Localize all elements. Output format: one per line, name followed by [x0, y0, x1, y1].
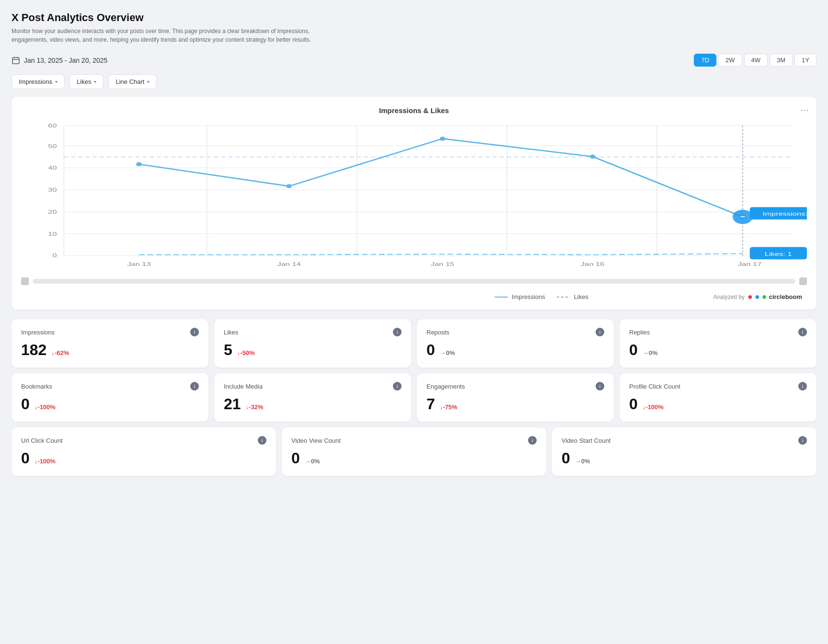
line-chart-svg: 0 10 20 30 40 50 60 Jan 13 Jan 14 Jan 15… — [21, 120, 807, 274]
metric-label: Url Click Count — [21, 437, 63, 444]
metric-change: ↓-32% — [246, 403, 264, 411]
metric-label: Likes — [224, 329, 238, 336]
date-range-label: Jan 13, 2025 - Jan 20, 2025 — [12, 56, 107, 65]
metric-info-icon[interactable]: i — [190, 328, 199, 336]
metric-info-icon[interactable]: i — [258, 436, 266, 445]
metric-value: 5 — [224, 341, 232, 359]
svg-point-31 — [286, 184, 292, 188]
chevron-down-icon: ▾ — [147, 79, 150, 84]
metric-change: →0% — [643, 349, 658, 356]
metric-info-icon[interactable]: i — [596, 382, 604, 391]
metric-info-icon[interactable]: i — [393, 328, 402, 336]
metric-card-video-view-count: Video View Count i 0 →0% — [282, 427, 546, 476]
page-header: X Post Analytics Overview Monitor how yo… — [12, 12, 816, 44]
metric-change: ↓-50% — [237, 349, 255, 356]
date-range-bar: Jan 13, 2025 - Jan 20, 2025 7D 2W 4W 3M … — [12, 54, 816, 67]
metrics-row-3: Url Click Count i 0 ↓-100% Video View Co… — [12, 427, 816, 476]
svg-text:40: 40 — [48, 165, 57, 171]
metric-change: →0% — [575, 458, 590, 465]
chart-card: Impressions & Likes ⋯ 0 10 20 30 40 50 6… — [12, 97, 816, 310]
metric-value-row: 0 →0% — [629, 341, 807, 359]
metric-change: ↓-62% — [51, 349, 69, 356]
metric-card-likes: Likes i 5 ↓-50% — [214, 319, 411, 368]
metric-header: Include Media i — [224, 382, 402, 391]
svg-text:Jan 16: Jan 16 — [581, 261, 604, 267]
period-btn-4w[interactable]: 4W — [744, 54, 768, 67]
chart-menu-button[interactable]: ⋯ — [800, 104, 809, 115]
metric-header: Engagements i — [426, 382, 604, 391]
page-title: X Post Analytics Overview — [12, 12, 816, 24]
chart-scrollbar[interactable] — [21, 277, 807, 285]
metric-label: Bookmarks — [21, 383, 52, 390]
svg-text:Impressions: 18: Impressions: 18 — [763, 211, 807, 217]
analyzed-by: Analyzed by ●●● circleboom — [713, 292, 802, 302]
metric-card-engagements: Engagements i 7 ↓-75% — [417, 373, 614, 422]
metric-value-row: 21 ↓-32% — [224, 395, 402, 413]
metrics-row-1: Impressions i 182 ↓-62% Likes i 5 ↓-50% … — [12, 319, 816, 368]
metric-info-icon[interactable]: i — [596, 328, 604, 336]
period-btn-1y[interactable]: 1Y — [794, 54, 816, 67]
svg-text:Likes: 1: Likes: 1 — [765, 251, 792, 257]
metric-card-reposts: Reposts i 0 →0% — [417, 319, 614, 368]
metric-info-icon[interactable]: i — [798, 328, 807, 336]
legend-line-likes — [557, 297, 570, 298]
metric-label: Replies — [629, 329, 650, 336]
filter-bar: Impressions ▾ Likes ▾ Line Chart ▾ — [12, 74, 816, 89]
page-description: Monitor how your audience interacts with… — [12, 27, 337, 44]
chart-legend: Impressions Likes Analyzed by ●●● circle… — [21, 292, 807, 302]
scrollbar-right-handle[interactable] — [799, 277, 807, 285]
metric-header: Video Start Count i — [562, 436, 807, 445]
scrollbar-left-handle[interactable] — [21, 277, 29, 285]
chart-wrapper: 0 10 20 30 40 50 60 Jan 13 Jan 14 Jan 15… — [21, 120, 807, 274]
metric-label: Include Media — [224, 383, 263, 390]
period-btn-3m[interactable]: 3M — [770, 54, 793, 67]
svg-point-33 — [590, 154, 596, 159]
legend-likes: Likes — [557, 293, 588, 300]
svg-text:Jan 14: Jan 14 — [277, 261, 300, 267]
svg-point-32 — [440, 137, 446, 141]
metric-value-row: 182 ↓-62% — [21, 341, 199, 359]
metric-info-icon[interactable]: i — [528, 436, 537, 445]
metric-filter[interactable]: Impressions ▾ — [12, 74, 65, 89]
scrollbar-track[interactable] — [33, 279, 795, 284]
legend-impressions: Impressions — [494, 293, 545, 300]
metric-header: Video View Count i — [291, 436, 537, 445]
metric-value: 0 — [21, 449, 30, 467]
metric-change: ↓-100% — [34, 458, 56, 465]
metric-value-row: 0 ↓-100% — [629, 395, 807, 413]
metric-value: 7 — [426, 395, 435, 413]
chart-type-filter[interactable]: Line Chart ▾ — [108, 74, 157, 89]
metric-value: 0 — [562, 449, 570, 467]
legend-line-impressions — [494, 297, 508, 298]
metric-info-icon[interactable]: i — [190, 382, 199, 391]
svg-text:30: 30 — [48, 187, 57, 193]
svg-text:20: 20 — [48, 209, 57, 215]
svg-point-30 — [136, 162, 142, 166]
metric-info-icon[interactable]: i — [798, 382, 807, 391]
metric-card-video-start-count: Video Start Count i 0 →0% — [552, 427, 816, 476]
metric-value-row: 0 →0% — [291, 449, 537, 467]
metric-value: 0 — [426, 341, 435, 359]
svg-text:60: 60 — [48, 122, 57, 128]
calendar-icon[interactable] — [12, 56, 20, 65]
period-btn-7d[interactable]: 7D — [694, 54, 716, 67]
metric2-filter[interactable]: Likes ▾ — [69, 74, 104, 89]
period-btn-2w[interactable]: 2W — [718, 54, 742, 67]
metrics-row-2: Bookmarks i 0 ↓-100% Include Media i 21 … — [12, 373, 816, 422]
svg-rect-0 — [12, 58, 19, 64]
metric-card-include-media: Include Media i 21 ↓-32% — [214, 373, 411, 422]
metric-label: Reposts — [426, 329, 449, 336]
metric-value: 21 — [224, 395, 241, 413]
circleboom-logo: ●●● circleboom — [748, 292, 802, 302]
metric-info-icon[interactable]: i — [393, 382, 402, 391]
metric-header: Replies i — [629, 328, 807, 336]
metric-info-icon[interactable]: i — [798, 436, 807, 445]
metric-label: Engagements — [426, 383, 465, 390]
metric-value: 0 — [21, 395, 30, 413]
svg-text:Jan 15: Jan 15 — [431, 261, 454, 267]
metric-card-impressions: Impressions i 182 ↓-62% — [12, 319, 208, 368]
metric-change: →0% — [305, 458, 320, 465]
metric-header: Reposts i — [426, 328, 604, 336]
metric-label: Profile Click Count — [629, 383, 680, 390]
metric-value: 0 — [629, 341, 638, 359]
